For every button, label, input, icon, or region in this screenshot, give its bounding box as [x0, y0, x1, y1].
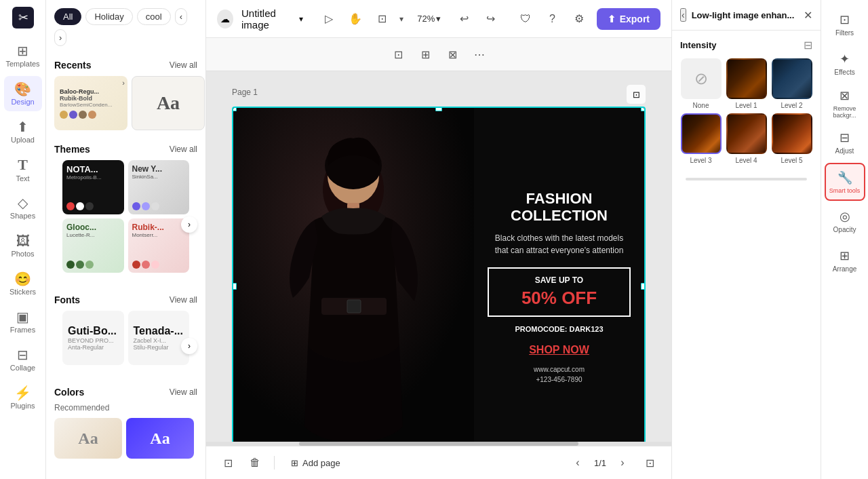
sidebar-item-templates[interactable]: ⊞ Templates [4, 38, 42, 73]
font-card-1[interactable]: Tenada-... Zacbel X-I... Stilu-Regular [128, 311, 190, 365]
right-tool-filters[interactable]: ⊡ Filters [825, 5, 865, 43]
remove-bg-icon: ⊠ [840, 88, 850, 103]
tag-cool[interactable]: cool [137, 8, 171, 25]
right-tool-adjust[interactable]: ⊟ Adjust [825, 123, 865, 161]
page-next-button[interactable]: › [612, 452, 633, 474]
tag-all[interactable]: All [54, 8, 81, 25]
intensity-level1[interactable]: Level 1 [726, 58, 767, 109]
plus-icon: ⊞ [291, 458, 298, 468]
add-page-button[interactable]: ⊞ Add page [283, 455, 349, 471]
theme-newy[interactable]: New Y... SinkinSa... [128, 160, 190, 214]
sidebar-item-plugins[interactable]: ⚡ Plugins [4, 380, 42, 415]
intensity-level3[interactable]: Level 3 [680, 113, 722, 164]
themes-title: Themes [54, 144, 90, 155]
hand-tool-button[interactable]: ✋ [346, 8, 364, 30]
sidebar-item-design[interactable]: 🎨 Design [4, 76, 42, 111]
fonts-view-all[interactable]: View all [170, 295, 197, 305]
scroll-bar[interactable] [206, 442, 671, 446]
intensity-grid: ⊘ None Level 1 Level 2 Level 3 [680, 58, 812, 164]
intensity-level5[interactable]: Level 5 [771, 113, 812, 164]
chevron-down-icon: ▾ [299, 14, 303, 24]
intensity-icon: ⊟ [804, 39, 812, 52]
color-card-1[interactable]: Aa [126, 418, 194, 459]
expand-icon[interactable]: ⊡ [627, 85, 646, 104]
font-card-0[interactable]: Guti-Bo... BEYOND PRO... Anta-Regular [62, 311, 124, 365]
page-prev-button[interactable]: ‹ [567, 452, 589, 474]
shapes-icon: ◇ [18, 196, 28, 210]
color-card-0[interactable]: Aa [54, 418, 122, 459]
sidebar-item-upload[interactable]: ⬆ Upload [4, 114, 42, 149]
settings-button[interactable]: ⚙ [570, 8, 588, 30]
doc-title[interactable]: Untitled image ▾ [241, 7, 303, 31]
theme-gloo[interactable]: Glooc... Lucette-R... [62, 218, 124, 273]
right-tool-smart[interactable]: 🔧 Smart tools [825, 163, 865, 201]
copy-page-button[interactable]: ⊡ [217, 452, 239, 474]
theme-rubik-sub: Montserr... [132, 232, 186, 238]
export-button[interactable]: ⬆ Export [597, 8, 660, 30]
enhance-close-button[interactable]: ✕ [804, 9, 812, 22]
recent-font-sub2: BarlowSemiConden... [60, 102, 112, 108]
tag-prev[interactable]: ‹ [175, 8, 187, 25]
copy-tool[interactable]: ⊠ [440, 42, 465, 66]
handle-tl[interactable] [232, 107, 237, 111]
themes-view-all[interactable]: View all [170, 145, 197, 154]
handle-tr[interactable] [641, 107, 646, 111]
recents-view-all[interactable]: View all [170, 60, 197, 70]
recent-card-1[interactable]: Aa [132, 76, 205, 130]
website-text: www.capcut.com +123-456-7890 [488, 364, 631, 385]
adjust-icon: ⊟ [840, 130, 850, 145]
select-tool[interactable]: ⊡ [386, 42, 410, 66]
intensity-level2[interactable]: Level 2 [771, 58, 812, 109]
enhance-back-button[interactable]: ‹ [680, 8, 686, 22]
intensity-level4[interactable]: Level 4 [726, 113, 767, 164]
undo-button[interactable]: ↩ [454, 8, 473, 30]
theme-nota[interactable]: NOTA... Metropolis-B... [62, 160, 124, 214]
play-button[interactable]: ▷ [319, 8, 338, 30]
page-label: Page 1 [232, 88, 258, 97]
theme-gloo-name: Glooc... [66, 223, 120, 232]
grid-tool[interactable]: ⊞ [413, 42, 437, 66]
fullscreen-button[interactable]: ⊡ [639, 452, 660, 474]
none-icon: ⊘ [694, 69, 708, 88]
sidebar-item-photos[interactable]: 🖼 Photos [4, 228, 42, 263]
sidebar-item-collage[interactable]: ⊟ Collage [4, 342, 42, 377]
tag-next[interactable]: › [54, 29, 66, 46]
app-logo[interactable]: ✂ [11, 5, 35, 30]
handle-tc[interactable] [435, 107, 442, 111]
right-tool-effects[interactable]: ✦ Effects [825, 45, 865, 83]
intensity-none[interactable]: ⊘ None [680, 58, 722, 109]
theme-rubik[interactable]: Rubik-... Montserr... [128, 218, 190, 273]
right-tool-opacity[interactable]: ◎ Opacity [825, 202, 865, 240]
sidebar-item-shapes[interactable]: ◇ Shapes [4, 190, 42, 225]
sidebar-item-stickers[interactable]: 😊 Stickers [4, 266, 42, 301]
canvas[interactable]: FASHION COLLECTION Black clothes with th… [232, 107, 646, 442]
thumb-level3 [681, 113, 722, 154]
more-tool[interactable]: ⋯ [467, 42, 492, 66]
sidebar-item-text[interactable]: T Text [4, 152, 42, 187]
theme-rubik-name: Rubik-... [132, 223, 186, 232]
colors-grid: Aa Aa [54, 418, 197, 459]
page-header: Page 1 ⊡ [232, 85, 646, 104]
sidebar-item-frames[interactable]: ▣ Frames [4, 304, 42, 339]
handle-ml[interactable] [232, 283, 237, 290]
canvas-inner: FASHION COLLECTION Black clothes with th… [233, 108, 644, 442]
zoom-chevron: ▾ [436, 14, 441, 24]
recent-card-0[interactable]: Baloo-Regu... Rubik-Bold BarlowSemiConde… [54, 76, 127, 130]
handle-mr[interactable] [641, 283, 646, 290]
tag-holiday[interactable]: Holiday [85, 8, 132, 25]
themes-nav-btn[interactable]: › [181, 216, 197, 233]
right-tool-remove-bg[interactable]: ⊠ Remove backgr... [825, 84, 865, 122]
fonts-nav-btn[interactable]: › [181, 338, 197, 354]
redo-button[interactable]: ↪ [481, 8, 500, 30]
canvas-text: FASHION COLLECTION Black clothes with th… [474, 108, 644, 442]
discount-text: 50% OFF [497, 288, 621, 309]
font-tenada-name: Tenada-... [134, 325, 184, 337]
layout-button[interactable]: ⊡ [373, 8, 391, 30]
delete-page-button[interactable]: 🗑 [244, 452, 266, 474]
panel-scrollbar[interactable] [686, 178, 807, 180]
right-panel: ⊡ Filters ✦ Effects ⊠ Remove backgr... ⊟… [821, 0, 868, 479]
zoom-control[interactable]: 72% ▾ [412, 8, 446, 30]
right-tool-arrange[interactable]: ⊞ Arrange [825, 242, 865, 280]
help-button[interactable]: ? [543, 8, 561, 30]
colors-view-all[interactable]: View all [170, 387, 197, 397]
